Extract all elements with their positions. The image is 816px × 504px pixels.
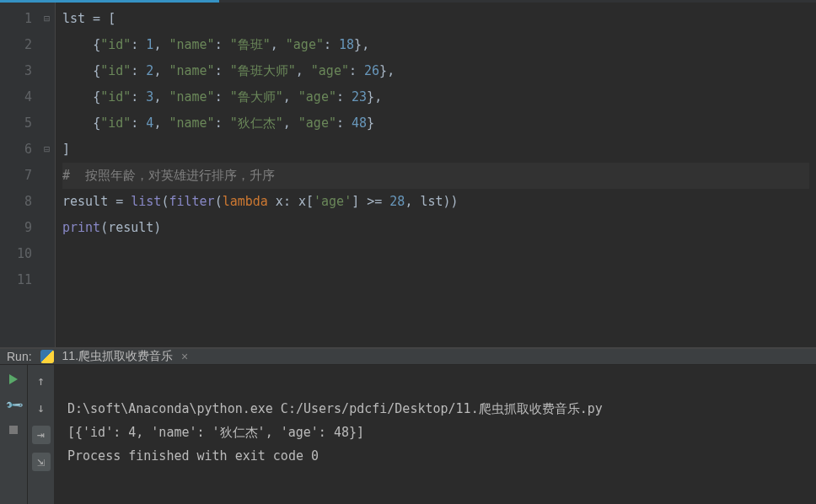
run-toolbar-secondary: ↑ ↓ ⇥ ⇲ [27, 365, 54, 504]
run-tab-title[interactable]: 11.爬虫抓取收费音乐 [62, 349, 173, 364]
code-text: "鲁班" [230, 37, 271, 52]
soft-wrap-button[interactable]: ⇥ [32, 426, 51, 444]
console-line: Process finished with exit code 0 [67, 444, 803, 468]
fold-column[interactable]: ⊟ ⊟ [39, 3, 56, 347]
code-text: 48 [352, 115, 367, 131]
code-text: , lst)) [405, 194, 458, 209]
code-text: lst [62, 11, 85, 26]
line-number: 8 [0, 189, 39, 215]
code-text: 26 [364, 63, 379, 78]
scroll-up-button[interactable]: ↑ [32, 372, 51, 390]
code-text: "鲁大师" [230, 89, 283, 105]
line-number: 4 [0, 84, 39, 110]
code-text: , [387, 63, 395, 78]
close-tab-icon[interactable]: × [181, 350, 188, 363]
console-line: [{'id': 4, 'name': '狄仁杰', 'age': 48}] [67, 421, 803, 444]
run-header: Run: 11.爬虫抓取收费音乐 × [0, 349, 816, 365]
code-text: result [62, 194, 108, 209]
code-text: list [131, 194, 161, 209]
line-number: 2 [0, 32, 39, 58]
code-text: 23 [352, 89, 367, 105]
scroll-down-button[interactable]: ↓ [32, 399, 51, 417]
code-text: "鲁班大师" [230, 63, 296, 78]
code-text: (result) [100, 220, 161, 235]
code-text: x: x[ [268, 194, 314, 209]
run-toolbar-primary: 🔧 [0, 365, 27, 504]
scroll-to-end-button[interactable]: ⇲ [32, 453, 51, 471]
line-number: 7 [0, 163, 39, 189]
play-icon [9, 374, 18, 384]
code-text: = [ [85, 11, 115, 26]
code-editor[interactable]: 1 2 3 4 5 6 7 8 9 10 11 ⊟ ⊟ lst = [ {"id… [0, 3, 816, 347]
code-text: , [374, 89, 382, 105]
line-gutter: 1 2 3 4 5 6 7 8 9 10 11 [0, 3, 39, 347]
code-text: ] >= [352, 194, 389, 209]
code-text: filter [169, 194, 214, 209]
line-number: 6 [0, 137, 39, 163]
line-number: 10 [0, 241, 39, 267]
line-number: 11 [0, 267, 39, 293]
settings-button[interactable]: 🔧 [3, 394, 24, 415]
rerun-button[interactable] [6, 372, 21, 387]
python-icon [40, 350, 54, 363]
line-number: 5 [0, 110, 39, 137]
code-text: = [108, 194, 131, 209]
code-area[interactable]: lst = [ {"id": 1, "name": "鲁班", "age": 1… [56, 3, 816, 347]
fold-open-icon[interactable]: ⊟ [39, 6, 55, 32]
line-number: 1 [0, 6, 39, 32]
fold-close-icon[interactable]: ⊟ [39, 137, 55, 163]
code-text: 18 [339, 37, 354, 52]
console-line: D:\soft\Anaconda\python.exe C:/Users/pdc… [67, 397, 803, 421]
line-number: 3 [0, 58, 39, 84]
line-number: 9 [0, 215, 39, 241]
code-text: 'age' [314, 194, 352, 209]
code-text: "狄仁杰" [230, 115, 283, 131]
stop-button[interactable] [6, 422, 21, 437]
code-comment: # 按照年龄，对英雄进行排序，升序 [62, 168, 275, 183]
console-output[interactable]: D:\soft\Anaconda\python.exe C:/Users/pdc… [54, 365, 816, 504]
code-text: print [62, 220, 100, 235]
code-text: 28 [389, 194, 405, 209]
run-panel: Run: 11.爬虫抓取收费音乐 × 🔧 ↑ ↓ ⇥ ⇲ D:\soft\Ana… [0, 349, 816, 504]
code-text: ] [62, 142, 70, 157]
stop-icon [9, 426, 18, 434]
code-text: lambda [223, 194, 268, 209]
code-text: , [362, 37, 369, 52]
run-label: Run: [7, 350, 32, 363]
